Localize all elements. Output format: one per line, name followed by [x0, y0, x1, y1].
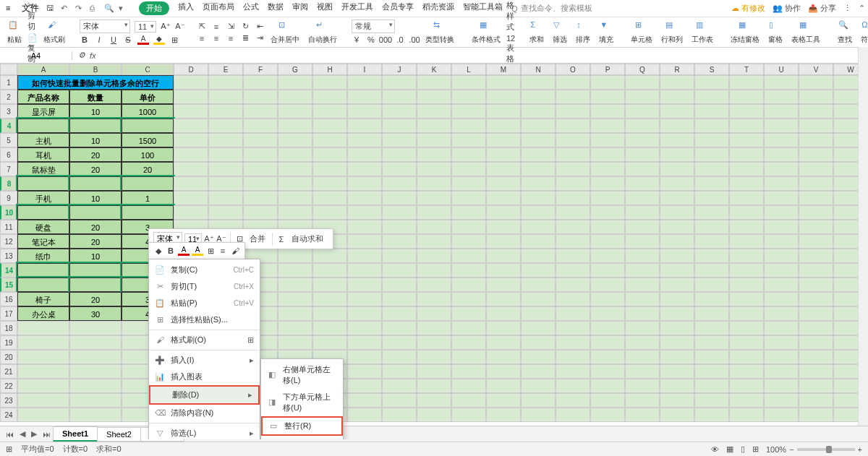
share-button[interactable]: 📤 分享	[808, 3, 836, 14]
data-cell[interactable]: 笔记本	[17, 234, 69, 249]
data-cell[interactable]: 20	[69, 292, 122, 306]
col-header[interactable]: G	[278, 64, 312, 75]
number-format-select[interactable]: 常规	[352, 20, 395, 33]
ctx-copy[interactable]: 📄复制(C)Ctrl+C	[149, 262, 260, 278]
data-cell[interactable]: 10	[69, 133, 122, 147]
fx-label[interactable]: fx	[90, 51, 96, 60]
chevron-down-icon[interactable]: ▾	[119, 4, 129, 14]
data-cell[interactable]: 耳机	[17, 147, 69, 162]
data-cell[interactable]: 20	[69, 147, 122, 162]
wrap-button[interactable]: ↵自动换行	[305, 20, 340, 45]
col-header[interactable]: B	[69, 64, 122, 75]
mini-align-icon[interactable]: ≡	[218, 246, 228, 256]
data-cell[interactable]: 1000	[122, 104, 174, 119]
sub-shift-up[interactable]: ◨下方单元格上移(U)	[261, 389, 343, 416]
data-cell[interactable]: 1500	[122, 133, 174, 147]
col-header[interactable]: N	[521, 64, 556, 75]
data-cell[interactable]: 硬盘	[17, 220, 69, 234]
data-cell[interactable]: 20	[69, 162, 122, 176]
orient-icon[interactable]: ↻	[240, 22, 250, 32]
align-mid-icon[interactable]: ≡	[211, 22, 221, 32]
symbol-button[interactable]: Ω符号	[858, 20, 868, 45]
col-header[interactable]: O	[556, 64, 590, 75]
freeze-button[interactable]: ▦冻结窗格	[728, 20, 762, 45]
data-cell[interactable]: 20	[122, 162, 174, 176]
data-cell[interactable]	[122, 205, 174, 220]
view-page-icon[interactable]: ▯	[741, 444, 745, 454]
ctx-paste-special[interactable]: ⊞选择性粘贴(S)...	[149, 311, 260, 328]
data-cell[interactable]: 办公桌	[17, 306, 69, 321]
fill-button[interactable]: ▼填充	[596, 20, 616, 45]
tab-next-icon[interactable]: ▶	[28, 429, 40, 439]
sheet-tab-2[interactable]: Sheet2	[97, 427, 141, 442]
tab-view[interactable]: 视图	[317, 1, 333, 15]
expand-icon[interactable]: ⌃	[859, 4, 865, 13]
mini-merge-button[interactable]: 合并	[247, 232, 268, 246]
align-left-icon[interactable]: ≡	[197, 33, 207, 43]
indent-inc-icon[interactable]: ⇥	[255, 33, 265, 43]
col-header[interactable]: H	[312, 64, 347, 75]
undo-icon[interactable]: ↶	[61, 4, 71, 14]
font-name-select[interactable]: 宋体	[80, 20, 130, 33]
ctx-paste[interactable]: 📋粘贴(P)Ctrl+V	[149, 295, 260, 311]
col-header[interactable]: T	[729, 64, 764, 75]
comma-icon[interactable]: 000	[380, 35, 391, 45]
col-header[interactable]: K	[417, 64, 451, 75]
align-right-icon[interactable]: ≡	[226, 33, 236, 43]
col-header[interactable]: L	[451, 64, 486, 75]
tab-last-icon[interactable]: ⏭	[40, 430, 54, 439]
data-cell[interactable]	[17, 278, 69, 292]
dec-dec-icon[interactable]: .00	[409, 35, 420, 45]
col-header[interactable]: I	[347, 64, 382, 75]
sort-button[interactable]: ↕排序	[573, 20, 593, 45]
bold-button[interactable]: B	[80, 35, 90, 45]
col-header[interactable]: R	[660, 64, 694, 75]
col-header[interactable]: D	[174, 64, 208, 75]
zoom-in-icon[interactable]: +	[858, 445, 862, 454]
cut-button[interactable]: ✂ 剪切	[27, 1, 38, 32]
header-cell[interactable]: 数量	[69, 90, 122, 104]
indent-dec-icon[interactable]: ⇤	[255, 22, 265, 32]
zoom-out-icon[interactable]: −	[789, 445, 793, 454]
data-cell[interactable]: 30	[69, 306, 122, 321]
ctx-clear[interactable]: ⌫清除内容(N)	[149, 405, 260, 421]
modified-indicator[interactable]: ☁ 有修改	[731, 3, 765, 14]
data-cell[interactable]: 椅子	[17, 292, 69, 306]
grow-font-icon[interactable]: A⁺	[161, 22, 171, 32]
data-cell[interactable]	[69, 176, 122, 191]
merge-button[interactable]: ⊡合并居中	[268, 20, 302, 45]
shrink-font-icon[interactable]: A⁻	[175, 22, 185, 32]
save-icon[interactable]: 🖫	[46, 4, 56, 14]
tab-first-icon[interactable]: ⏮	[3, 430, 17, 439]
find-button[interactable]: 🔍查找	[835, 20, 855, 45]
tab-member[interactable]: 会员专享	[382, 1, 414, 15]
tab-insert[interactable]: 插入	[178, 1, 194, 15]
font-size-select[interactable]: 11	[135, 21, 156, 33]
sheet-tab-1[interactable]: Sheet1	[53, 426, 98, 442]
ctx-insert[interactable]: ➕插入(I)▸	[149, 352, 260, 369]
col-header[interactable]: Q	[625, 64, 660, 75]
tab-start[interactable]: 开始	[139, 1, 169, 15]
mini-fillcolor[interactable]: A	[192, 246, 203, 256]
font-color-button[interactable]: A	[137, 35, 149, 45]
mini-sum-icon[interactable]: Σ	[276, 234, 286, 244]
rowcol-button[interactable]: ▤行和列	[658, 20, 686, 45]
italic-button[interactable]: I	[94, 35, 104, 45]
data-cell[interactable]: 1	[122, 191, 174, 205]
mini-fontcolor[interactable]: A	[178, 246, 190, 256]
tab-layout[interactable]: 页面布局	[203, 1, 234, 15]
preview-icon[interactable]: 🔍	[104, 4, 114, 14]
ctx-insert-chart[interactable]: 📊插入图表	[149, 369, 260, 385]
view-eye-icon[interactable]: 👁	[711, 445, 719, 454]
view-break-icon[interactable]: ⊞	[752, 444, 759, 454]
sheet-button[interactable]: ▥工作表	[689, 20, 716, 45]
ctx-formatbrush[interactable]: 🖌格式刷(O)⊞	[149, 332, 260, 348]
data-cell[interactable]: 纸巾	[17, 249, 69, 263]
spreadsheet-grid[interactable]: ABCDEFGHIJKLMNOPQRSTUVWX1如何快速批量删除单元格多余的空…	[0, 64, 868, 439]
data-cell[interactable]: 10	[69, 104, 122, 119]
data-cell[interactable]	[122, 176, 174, 191]
data-cell[interactable]	[69, 119, 122, 133]
collab-button[interactable]: 👥 协作	[773, 3, 801, 14]
split-button[interactable]: ▯窗格	[765, 20, 786, 45]
header-cell[interactable]: 产品名称	[17, 90, 69, 104]
